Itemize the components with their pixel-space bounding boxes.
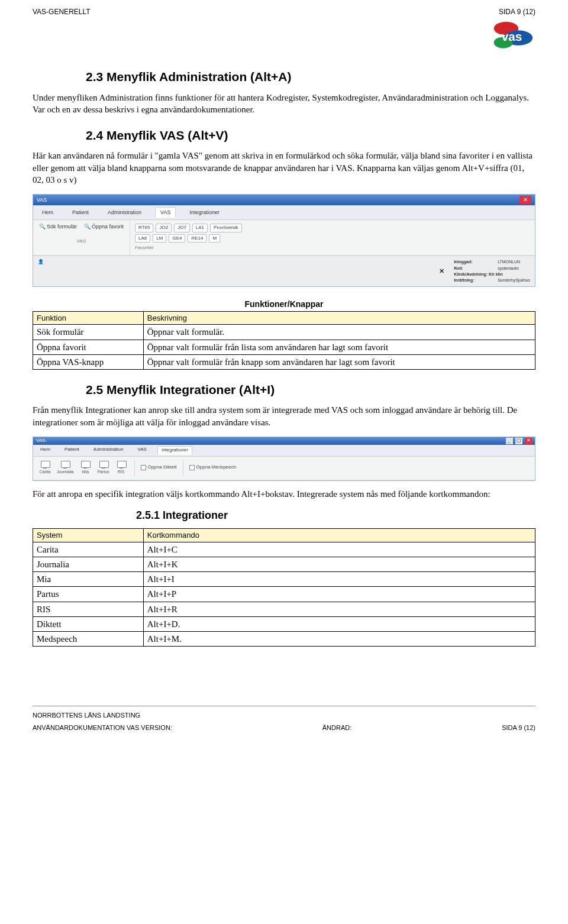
paragraph-2-5-after: För att anropa en specifik integration v… xyxy=(33,488,535,500)
paragraph-2-3: Under menyfliken Administration finns fu… xyxy=(33,92,535,116)
table-row: DiktettAlt+I+D. xyxy=(33,616,535,631)
fav-button[interactable]: Provöversik xyxy=(210,224,242,232)
svg-text:vas: vas xyxy=(502,30,522,43)
minimize-icon[interactable]: _ xyxy=(506,438,513,444)
table-row: RISAlt+I+R xyxy=(33,602,535,616)
tab-administration[interactable]: Administration xyxy=(102,207,147,218)
search-icon xyxy=(39,224,47,230)
fav-button[interactable]: GE4 xyxy=(169,234,185,243)
th-funktion: Funktion xyxy=(33,311,144,325)
separator xyxy=(134,460,135,476)
tab-integrationer[interactable]: Integrationer xyxy=(157,446,192,455)
footer-version: ANVÄNDARDOKUMENTATION VAS VERSION: xyxy=(33,723,172,732)
table-caption-funktioner: Funktioner/Knappar xyxy=(33,299,535,310)
tab-hem[interactable]: Hem xyxy=(37,207,59,218)
tab-patient[interactable]: Patient xyxy=(67,207,94,218)
heading-2-5-1: 2.5.1 Integrationer xyxy=(136,508,535,522)
footer-line1: NORRBOTTENS LÄNS LANDSTING xyxy=(33,711,535,720)
tab-vas[interactable]: VAS xyxy=(155,207,176,218)
maximize-icon[interactable]: ▢ xyxy=(515,438,522,444)
window-title: VAS- xyxy=(36,438,47,444)
table-row: CaritaAlt+I+C xyxy=(33,542,535,557)
checkbox-icon xyxy=(189,465,195,470)
table-row: MedspeechAlt+I+M. xyxy=(33,632,535,647)
ribbon-toolbar: Sök formulär Öppna favorit VAS RT65 JO2 … xyxy=(33,220,535,256)
separator xyxy=(183,460,183,476)
ribbon-tabs: Hem Patient Administration VAS Integrati… xyxy=(33,445,535,457)
window-title: VAS xyxy=(37,196,47,203)
footer-page: SIDA 9 (12) xyxy=(502,723,535,732)
checkbox-oppna-medspeech[interactable]: Öppna Medspeech xyxy=(189,464,237,471)
table-row: PartusAlt+I+P xyxy=(33,587,535,602)
paragraph-2-4: Här kan användaren nå formulär i "gamla … xyxy=(33,150,535,186)
window-title-bar: VAS ✕ xyxy=(33,195,535,205)
fav-button[interactable]: JO2 xyxy=(156,224,172,232)
vas-logo: vas xyxy=(488,19,535,52)
monitor-icon xyxy=(39,460,51,469)
tab-patient[interactable]: Patient xyxy=(61,446,83,455)
heading-2-3: 2.3 Menyflik Administration (Alt+A) xyxy=(86,69,535,85)
window-title-bar: VAS- _ ▢ ✕ xyxy=(33,437,535,445)
status-bar: 👤 ✕ Inloggad:LTMONLUN Roll:systemadm Kli… xyxy=(33,256,535,286)
status-info: Inloggad:LTMONLUN Roll:systemadm Klinik/… xyxy=(454,259,530,283)
page-header: VAS-GENERELLT SIDA 9 (12) xyxy=(33,7,535,17)
table-row: Sök formulär Öppnar valt formulär. xyxy=(33,325,535,340)
integration-carita[interactable]: Carita xyxy=(38,460,52,474)
fav-button[interactable]: JO7 xyxy=(174,224,190,232)
fav-button[interactable]: RT65 xyxy=(135,224,153,232)
integrationer-table: System Kortkommando CaritaAlt+I+C Journa… xyxy=(33,528,535,647)
integration-ris[interactable]: RIS xyxy=(114,460,128,474)
checkbox-icon xyxy=(141,465,146,470)
user-icon: 👤 xyxy=(38,259,44,283)
toolbar-group-label-vas: VAS xyxy=(39,238,124,245)
checkbox-oppna-diktett[interactable]: Öppna Diktett xyxy=(141,464,177,471)
monitor-icon xyxy=(115,460,127,469)
logo-row: vas xyxy=(33,19,535,52)
tab-hem[interactable]: Hem xyxy=(37,446,54,455)
table-row: MiaAlt+I+I xyxy=(33,572,535,587)
ribbon-tabs: Hem Patient Administration VAS Integrati… xyxy=(33,205,535,220)
toolbar-group-favoriter: RT65 JO2 JO7 LA1 Provöversik LA8 LM GE4 … xyxy=(130,220,247,255)
table-row: Öppna favorit Öppnar valt formulär från … xyxy=(33,340,535,354)
screenshot-vas-tab: VAS ✕ Hem Patient Administration VAS Int… xyxy=(33,194,535,287)
sok-formular-button[interactable]: Sök formulär xyxy=(39,223,77,230)
header-right: SIDA 9 (12) xyxy=(499,7,535,17)
table-row: JournaliaAlt+I+K xyxy=(33,557,535,571)
fav-button[interactable]: LA8 xyxy=(135,234,150,243)
heading-2-4: 2.4 Menyflik VAS (Alt+V) xyxy=(86,127,535,144)
fav-button[interactable]: LA1 xyxy=(192,224,208,232)
tab-vas[interactable]: VAS xyxy=(134,446,150,455)
monitor-icon xyxy=(59,460,71,469)
paragraph-2-5: Från menyflik Integrationer kan anrop sk… xyxy=(33,404,535,428)
monitor-icon xyxy=(98,460,109,469)
tab-administration[interactable]: Administration xyxy=(90,446,127,455)
fav-button[interactable]: M xyxy=(209,234,220,243)
integrations-toolbar: Carita Journalia Mia Partus RIS Öppna Di… xyxy=(33,457,535,480)
monitor-icon xyxy=(79,460,91,469)
close-icon[interactable]: ✕ xyxy=(439,267,444,276)
th-kortkommando: Kortkommando xyxy=(143,529,535,542)
table-row: Öppna VAS-knapp Öppnar valt formulär frå… xyxy=(33,354,535,369)
page-footer: NORRBOTTENS LÄNS LANDSTING ANVÄNDARDOKUM… xyxy=(33,706,535,732)
search-icon xyxy=(84,224,92,230)
toolbar-group-vas: Sök formulär Öppna favorit VAS xyxy=(33,220,130,255)
header-left: VAS-GENERELLT xyxy=(33,7,91,17)
screenshot-integrationer-tab: VAS- _ ▢ ✕ Hem Patient Administration VA… xyxy=(33,437,535,481)
fav-button[interactable]: RE14 xyxy=(188,234,206,243)
fav-button[interactable]: LM xyxy=(153,234,166,243)
close-icon[interactable]: ✕ xyxy=(519,196,531,204)
window-controls: _ ▢ ✕ xyxy=(505,438,532,444)
integration-partus[interactable]: Partus xyxy=(96,460,110,474)
toolbar-group-label-favoriter: Favoriter xyxy=(135,245,242,251)
funktioner-knappar-table: Funktion Beskrivning Sök formulär Öppnar… xyxy=(33,311,535,370)
oppna-favorit-button[interactable]: Öppna favorit xyxy=(84,223,124,230)
th-beskrivning: Beskrivning xyxy=(143,311,535,325)
th-system: System xyxy=(33,529,144,542)
footer-changed: ÄNDRAD: xyxy=(322,723,352,732)
heading-2-5: 2.5 Menyflik Integrationer (Alt+I) xyxy=(86,382,535,398)
integration-journalia[interactable]: Journalia xyxy=(56,460,75,474)
integration-mia[interactable]: Mia xyxy=(78,460,92,474)
close-icon[interactable]: ✕ xyxy=(525,438,532,444)
tab-integrationer[interactable]: Integrationer xyxy=(184,207,225,218)
